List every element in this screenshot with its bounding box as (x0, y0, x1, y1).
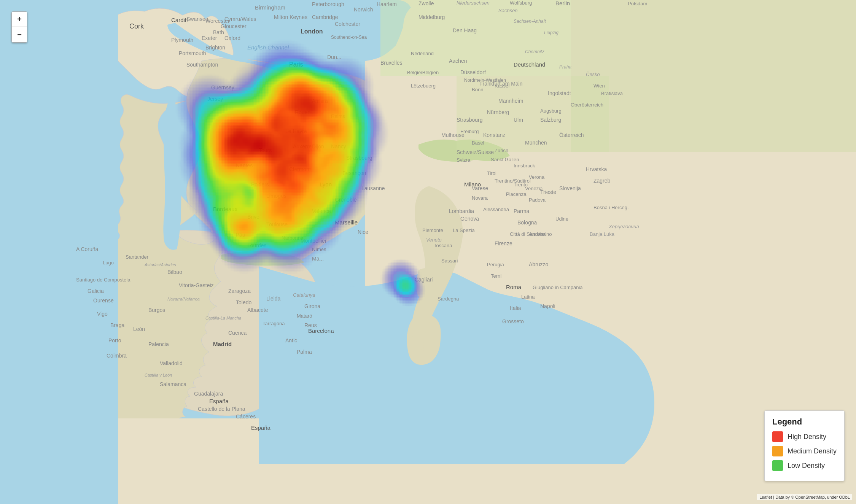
svg-text:Girona: Girona (304, 303, 320, 309)
svg-text:Parma: Parma (514, 208, 529, 214)
svg-text:Toscana: Toscana (434, 243, 452, 248)
svg-text:León: León (133, 326, 145, 332)
svg-text:Belgie/Belgien: Belgie/Belgien (407, 70, 439, 75)
svg-text:Santiago de Compostela: Santiago de Compostela (76, 277, 130, 283)
svg-text:Cardiff: Cardiff (171, 17, 188, 23)
svg-text:Strasbourg: Strasbourg (346, 155, 372, 161)
svg-text:Poitiers: Poitiers (251, 181, 269, 188)
svg-text:Barcelona: Barcelona (308, 328, 334, 334)
svg-text:Milton Keynes: Milton Keynes (274, 14, 307, 20)
svg-text:Bruxelles: Bruxelles (380, 60, 403, 66)
svg-text:Oberösterreich: Oberösterreich (571, 102, 603, 108)
legend-label-high: High Density (788, 433, 826, 441)
svg-text:Castilla-La Mancha: Castilla-La Mancha (205, 316, 241, 320)
svg-text:Lëtzebuerg: Lëtzebuerg (411, 83, 436, 89)
svg-text:A Coruña: A Coruña (76, 246, 99, 252)
legend-swatch-low (772, 460, 783, 471)
svg-text:Zürich: Zürich (495, 148, 508, 153)
svg-text:Antic: Antic (285, 337, 297, 343)
svg-text:Cambridge: Cambridge (312, 14, 338, 20)
svg-text:Nederland: Nederland (411, 51, 434, 56)
svg-text:Dun...: Dun... (327, 54, 341, 60)
svg-text:English Channel: English Channel (247, 44, 289, 51)
svg-text:Potsdam: Potsdam (628, 1, 647, 6)
svg-text:Zagreb: Zagreb (593, 178, 611, 184)
svg-text:Sassari: Sassari (441, 258, 458, 264)
svg-text:Ourense: Ourense (93, 297, 114, 304)
svg-text:Limoges: Limoges (266, 193, 286, 199)
svg-text:Besançon: Besançon (342, 170, 366, 176)
svg-text:Lausanne: Lausanne (361, 185, 385, 191)
svg-text:Vigo: Vigo (97, 311, 108, 317)
legend-label-low: Low Density (788, 462, 825, 470)
map-container[interactable]: Cork Birmingham Peterborough Norwich Cym… (0, 0, 856, 504)
svg-text:Leipzig: Leipzig (544, 30, 558, 35)
svg-text:Augsburg: Augsburg (540, 108, 562, 114)
svg-text:Latina: Latina (521, 294, 535, 300)
svg-text:Zaragoza: Zaragoza (228, 288, 251, 294)
svg-text:Hrvatska: Hrvatska (586, 166, 607, 172)
svg-text:Basel: Basel (472, 140, 484, 146)
svg-text:Düsseldorf: Düsseldorf (460, 69, 486, 75)
svg-text:Santander: Santander (126, 254, 149, 260)
svg-text:Burgos: Burgos (148, 307, 165, 313)
svg-text:Dijon: Dijon (312, 143, 324, 149)
svg-text:Swansea: Swansea (186, 16, 208, 22)
svg-text:Guadalajara: Guadalajara (194, 391, 223, 397)
svg-text:Niedersachsen: Niedersachsen (457, 0, 490, 6)
svg-text:Grenoble: Grenoble (335, 197, 357, 203)
svg-text:Lyon: Lyon (320, 181, 332, 188)
svg-text:Galicia: Galicia (88, 288, 104, 294)
svg-text:Nice: Nice (358, 229, 368, 235)
svg-text:Lourdes: Lourdes (247, 242, 267, 248)
map-background: Cork Birmingham Peterborough Norwich Cym… (0, 0, 856, 504)
svg-text:Lleida: Lleida (266, 296, 281, 302)
map-attribution: Leaflet | Data by © OpenStreetMap, under… (757, 494, 852, 500)
svg-text:Piemonte: Piemonte (422, 227, 443, 233)
svg-text:Bologna: Bologna (517, 219, 537, 226)
zoom-controls: + − (11, 11, 27, 43)
zoom-in-button[interactable]: + (12, 12, 27, 27)
svg-text:Haarlem: Haarlem (377, 1, 397, 7)
svg-text:Nîmes: Nîmes (312, 246, 326, 252)
svg-text:Wolfsburg: Wolfsburg (510, 0, 532, 6)
svg-text:Kassel: Kassel (495, 83, 509, 89)
zoom-out-button[interactable]: − (12, 27, 27, 42)
svg-text:Toledo: Toledo (236, 299, 251, 305)
svg-text:Veneto: Veneto (426, 237, 442, 243)
svg-text:Aachen: Aachen (449, 58, 467, 64)
svg-text:Clermont: Clermont (289, 166, 311, 172)
svg-text:London: London (301, 28, 323, 35)
svg-text:España: España (209, 398, 229, 404)
svg-text:Salzburg: Salzburg (540, 117, 561, 123)
svg-text:Ingolstadt: Ingolstadt (548, 90, 571, 96)
svg-text:Oxford: Oxford (224, 35, 240, 41)
svg-text:Madrid: Madrid (213, 341, 232, 347)
svg-text:Bilbao: Bilbao (167, 269, 182, 275)
svg-text:Nantes: Nantes (236, 162, 253, 169)
svg-text:España: España (251, 425, 271, 431)
svg-text:Le Havre: Le Havre (285, 128, 307, 134)
svg-text:Wien: Wien (593, 83, 605, 89)
svg-text:Firenze: Firenze (495, 240, 512, 246)
svg-text:Lombardia: Lombardia (449, 208, 474, 214)
svg-text:Česko: Česko (586, 72, 600, 77)
svg-text:Brighton: Brighton (205, 45, 225, 51)
legend-panel: Legend High Density Medium Density Low D… (764, 410, 845, 481)
svg-text:Colchester: Colchester (335, 21, 360, 27)
svg-text:Albacete: Albacete (247, 307, 268, 313)
svg-text:Montpellier: Montpellier (301, 238, 327, 244)
svg-text:Norwich: Norwich (354, 6, 373, 13)
svg-text:Exeter: Exeter (202, 35, 217, 41)
svg-text:Worcester: Worcester (205, 18, 230, 24)
svg-text:Middelburg: Middelburg (418, 14, 445, 20)
svg-text:Cuenca: Cuenca (228, 330, 247, 336)
svg-text:Bosna i Herceg.: Bosna i Herceg. (593, 205, 629, 210)
svg-text:Slovenija: Slovenija (559, 185, 581, 191)
legend-swatch-high (772, 431, 783, 442)
svg-text:Alessandria: Alessandria (483, 207, 509, 212)
svg-text:Roma: Roma (506, 284, 522, 290)
svg-text:Innsbruck: Innsbruck (514, 163, 535, 169)
svg-text:Berlin: Berlin (555, 0, 570, 6)
svg-text:Genova: Genova (460, 216, 479, 222)
